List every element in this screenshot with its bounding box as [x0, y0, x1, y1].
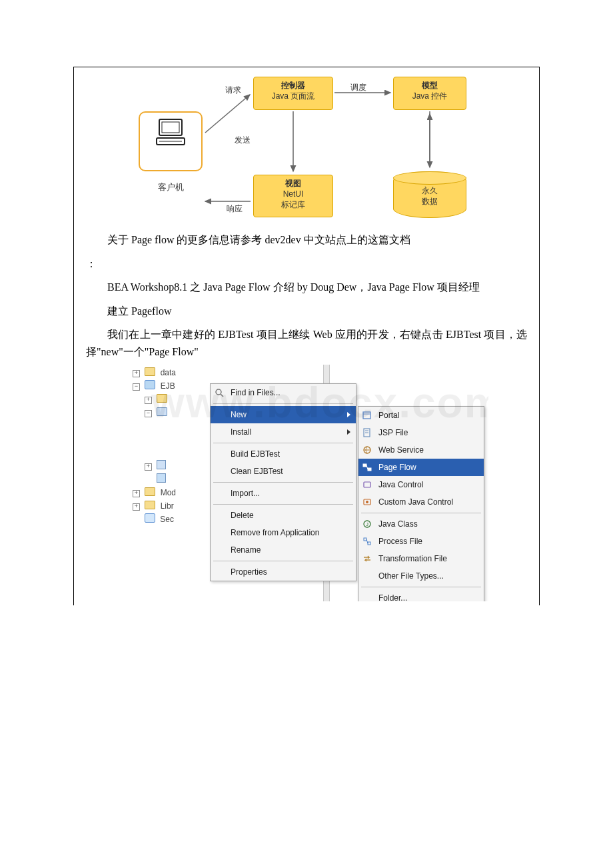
controller-title: 控制器	[281, 81, 305, 90]
menu-label: Process File	[378, 537, 422, 546]
tree-node-misc2[interactable]	[133, 473, 213, 486]
menu-label: Other File Types...	[378, 571, 444, 581]
submenu-folder[interactable]: Folder...	[358, 589, 484, 601]
submenu-web-service[interactable]: Web Service	[358, 441, 484, 459]
model-sub: Java 控件	[398, 91, 462, 102]
menu-label: Find in Files...	[231, 388, 281, 397]
misc-icon	[157, 460, 166, 469]
expander-icon[interactable]: +	[133, 490, 140, 497]
submenu-java-class[interactable]: J Java Class	[358, 515, 484, 533]
menu-properties[interactable]: Properties	[211, 563, 356, 581]
label-send: 发送	[235, 135, 251, 146]
menu-separator	[213, 561, 353, 561]
menu-remove[interactable]: Remove from Application	[211, 524, 356, 541]
submenu-jsp[interactable]: JSP File	[358, 424, 484, 441]
transformation-icon	[362, 554, 372, 563]
menu-separator	[361, 587, 481, 587]
expander-icon[interactable]: −	[133, 383, 140, 391]
menu-clean[interactable]: Clean EJBTest	[211, 463, 356, 480]
menu-label: Java Control	[378, 480, 423, 489]
submenu-transformation-file[interactable]: Transformation File	[358, 550, 484, 567]
divider-bottom	[323, 578, 330, 601]
submenu-arrow-icon	[347, 412, 350, 417]
view-sub2: 标记库	[258, 200, 328, 211]
menu-label: Build EJBTest	[231, 449, 280, 459]
expander-icon[interactable]: +	[145, 397, 152, 404]
expander-icon[interactable]: +	[133, 370, 140, 377]
submenu-other-file-types[interactable]: Other File Types...	[358, 567, 484, 585]
project-tree: + data − EJB + −	[133, 366, 213, 526]
menu-import[interactable]: Import...	[211, 485, 356, 502]
java-class-icon: J	[362, 519, 372, 529]
folder-open-icon	[157, 407, 167, 416]
paragraph-3: 建立 Pageflow	[86, 303, 527, 320]
tree-node-child1[interactable]: +	[133, 393, 213, 406]
jsp-icon	[362, 428, 372, 437]
menu-separator	[213, 504, 353, 505]
expander-icon[interactable]: −	[145, 410, 152, 417]
svg-rect-22	[364, 482, 370, 487]
tree-node-misc1[interactable]: +	[133, 459, 213, 473]
svg-point-10	[216, 389, 221, 395]
svg-rect-20	[368, 468, 371, 471]
view-sub1: NetUI	[258, 189, 328, 200]
menu-label: Clean EJBTest	[231, 467, 283, 476]
web-service-icon	[362, 445, 372, 455]
svg-line-0	[205, 95, 250, 133]
submenu-page-flow[interactable]: Page Flow	[358, 459, 484, 476]
svg-text:J: J	[366, 521, 368, 527]
client-label: 客户机	[139, 181, 203, 193]
find-icon	[215, 388, 224, 397]
client-box	[139, 111, 203, 171]
folder-icon	[145, 487, 155, 496]
submenu-process-file[interactable]: Process File	[358, 533, 484, 550]
menu-separator	[213, 403, 353, 404]
folder-icon	[157, 394, 167, 403]
tree-node-libr[interactable]: + Libr	[133, 499, 213, 513]
tree-node-ejb[interactable]: − EJB	[133, 379, 213, 393]
menu-label: Import...	[231, 489, 260, 498]
expander-icon[interactable]: +	[145, 463, 152, 471]
svg-rect-27	[364, 538, 366, 541]
misc-icon	[157, 473, 166, 483]
model-title: 模型	[422, 81, 438, 90]
menu-label: Page Flow	[378, 463, 416, 472]
menu-label: Portal	[378, 411, 399, 420]
submenu-custom-java-control[interactable]: Custom Java Control	[358, 493, 484, 511]
tree-node-data[interactable]: + data	[133, 366, 213, 379]
view-title: 视图	[285, 179, 301, 188]
menu-label: JSP File	[378, 428, 408, 437]
menu-delete[interactable]: Delete	[211, 507, 356, 524]
svg-line-11	[221, 394, 223, 397]
divider-top	[323, 365, 330, 385]
menu-label: Delete	[231, 511, 254, 520]
context-menu: Find in Files... New Install Build EJBTe…	[210, 383, 356, 581]
tree-label: Sec	[160, 515, 174, 524]
submenu-portal[interactable]: Portal	[358, 407, 484, 424]
folder-icon	[145, 367, 155, 376]
svg-line-29	[366, 539, 368, 543]
menu-label: Transformation File	[378, 554, 447, 563]
menu-rename[interactable]: Rename	[211, 541, 356, 559]
tree-label: Mod	[161, 488, 176, 497]
menu-label: Web Service	[378, 445, 424, 455]
document-frame: 请求 调度 发送 响应 控制器 Java 页面流 模型 Java 控件 视图 N…	[73, 67, 540, 605]
svg-rect-19	[363, 464, 366, 467]
tree-spacer	[133, 419, 213, 459]
menu-find-in-files[interactable]: Find in Files...	[211, 384, 356, 401]
computer-icon	[154, 118, 187, 147]
menu-label: Properties	[231, 567, 267, 577]
view-box: 视图 NetUI 标记库	[253, 175, 333, 217]
menu-separator	[361, 513, 481, 513]
model-box: 模型 Java 控件	[393, 77, 466, 110]
tree-node-mod[interactable]: + Mod	[133, 486, 213, 499]
menu-build[interactable]: Build EJBTest	[211, 445, 356, 463]
menu-install[interactable]: Install	[211, 423, 356, 441]
submenu-java-control[interactable]: Java Control	[358, 476, 484, 493]
menu-new[interactable]: New	[211, 406, 356, 423]
label-response: 响应	[227, 203, 243, 215]
expander-icon[interactable]: +	[133, 503, 140, 511]
menu-label: New	[231, 410, 247, 419]
tree-node-sec[interactable]: Sec	[133, 513, 213, 526]
tree-node-child2[interactable]: −	[133, 406, 213, 419]
